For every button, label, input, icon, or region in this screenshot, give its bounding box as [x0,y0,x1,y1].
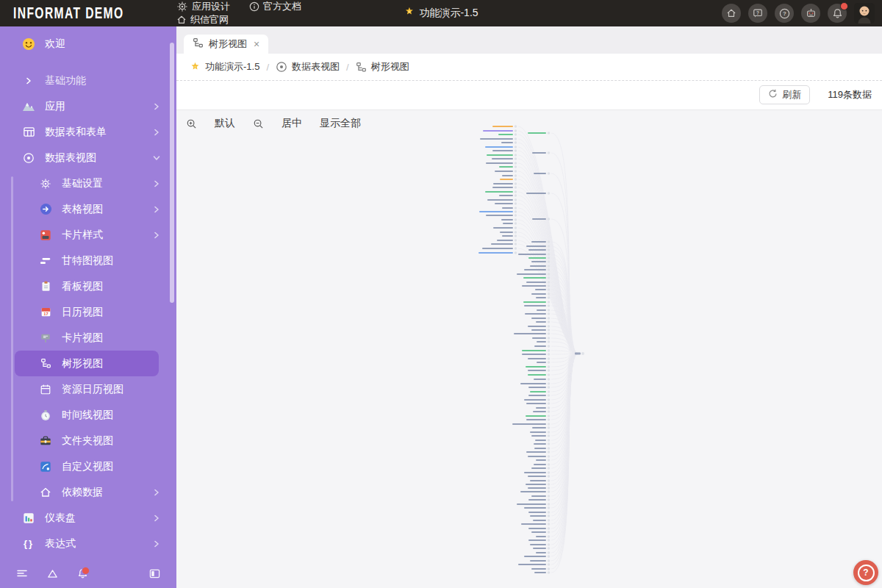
tree-node[interactable] [485,190,517,193]
tree-node[interactable] [487,154,517,157]
tree-node[interactable] [522,353,550,356]
tree-node[interactable] [536,535,550,538]
tree-node[interactable] [532,337,550,340]
tree-node[interactable] [517,273,550,276]
tree-node[interactable] [528,475,550,478]
tree-node[interactable] [531,293,550,295]
tree-node[interactable] [536,406,550,409]
tree-node[interactable] [528,394,550,397]
sidebar-footer-menu-button[interactable] [16,567,28,579]
breadcrumb-item[interactable]: 功能演示-1.5 [190,60,259,74]
tree-node[interactable] [534,172,550,175]
tree-node[interactable] [530,559,550,562]
tree-node[interactable] [482,247,517,250]
tree-node[interactable] [528,357,550,360]
tree-node[interactable] [520,382,550,385]
tree-node[interactable] [528,487,550,490]
tree-node[interactable] [502,207,517,209]
tree-node[interactable] [524,471,550,474]
tree-node[interactable] [531,495,550,498]
sidebar-item-expressions[interactable]: {}表达式 [0,531,176,556]
sidebar-item-tables-and-forms[interactable]: 数据表和表单 [0,119,176,145]
tree-node[interactable] [492,125,517,128]
tree-node[interactable] [497,239,517,242]
notifications-button[interactable] [828,4,847,23]
tree-node[interactable] [535,439,550,442]
tree-node[interactable] [534,463,550,466]
tree-node[interactable] [530,431,550,434]
tree-node[interactable] [526,402,550,405]
tree-node[interactable] [536,459,550,462]
tree-node[interactable] [530,479,550,482]
tree-node[interactable] [524,304,550,307]
tree-node[interactable] [536,551,550,554]
zoom-default-button[interactable]: 默认 [215,117,235,130]
sidebar-item-apps[interactable]: 应用 [0,93,176,119]
tree-node[interactable] [531,567,550,570]
user-avatar[interactable] [854,3,875,24]
tree-node[interactable] [524,506,550,509]
tree-node[interactable] [528,511,550,514]
tree-node[interactable] [537,340,550,343]
tree-node[interactable] [478,251,517,254]
sidebar-item-dependent-data[interactable]: 依赖数据 [0,479,176,505]
tree-node[interactable] [512,423,550,426]
sidebar-item-basic-settings[interactable]: 基础设置 [0,171,176,196]
tree-node[interactable] [483,129,517,132]
tab-tree-view[interactable]: 树形视图 × [184,35,268,54]
tree-node[interactable] [526,418,550,421]
tree-node[interactable] [528,498,550,501]
tree-node[interactable] [495,202,517,205]
close-icon[interactable]: × [254,39,259,49]
tree-node[interactable] [501,218,517,221]
tree-node[interactable] [533,519,550,522]
tree-node[interactable] [517,503,550,506]
tree-node[interactable] [486,214,517,217]
sidebar-item-table-view[interactable]: 表格视图 [0,196,176,222]
help-button[interactable]: ? [853,560,878,585]
tree-node[interactable] [526,483,550,486]
tree-node[interactable] [533,410,550,413]
tree-node[interactable] [528,455,550,458]
tree-node[interactable] [528,369,550,372]
sidebar-item-tree-view[interactable]: 树形视图 [15,351,159,376]
tree-node[interactable] [528,132,550,135]
topbar-menu-app-design[interactable]: 应用设计 [176,0,230,13]
tree-node[interactable] [502,174,517,177]
tree-node[interactable] [522,349,550,352]
tree-node[interactable] [528,373,550,376]
tree-node[interactable] [531,317,550,320]
tree-node[interactable] [528,386,550,389]
tree-node[interactable] [501,141,517,144]
sidebar-item-kanban-view[interactable]: 看板视图 [0,273,176,299]
breadcrumb-item[interactable]: 树形视图 [356,60,409,74]
sidebar-item-table-views[interactable]: 数据表视图 [0,145,176,171]
topbar-menu-official-docs[interactable]: 官方文档 [249,0,301,13]
tree-node[interactable] [523,301,550,304]
tree-node[interactable] [492,157,517,160]
tree-node[interactable] [526,451,550,453]
tree-node[interactable] [495,170,517,173]
sidebar-collapse-button[interactable] [149,568,160,579]
sidebar-scrollbar[interactable] [170,43,174,303]
sidebar-item-custom-view[interactable]: 自定义视图 [0,453,176,479]
tree-root-node[interactable] [575,352,584,355]
tree-node[interactable] [493,226,517,229]
tree-node[interactable] [526,365,550,368]
tree-node[interactable] [499,194,517,197]
tree-node[interactable] [485,146,517,148]
tree-node[interactable] [500,231,517,234]
tree-node[interactable] [531,531,550,534]
tree-node[interactable] [492,186,517,189]
tree-canvas[interactable] [176,110,882,588]
tree-node[interactable] [536,320,550,323]
tree-node[interactable] [533,547,550,550]
sidebar-item-timeline-view[interactable]: 时间线视图 [0,402,176,428]
tree-node[interactable] [499,165,517,168]
tree-node[interactable] [537,361,550,364]
home-button[interactable] [722,4,741,23]
tree-node[interactable] [534,442,550,445]
sidebar-item-card-view[interactable]: 卡片视图 [0,325,176,351]
tree-node[interactable] [498,133,517,136]
tree-node[interactable] [486,162,517,165]
